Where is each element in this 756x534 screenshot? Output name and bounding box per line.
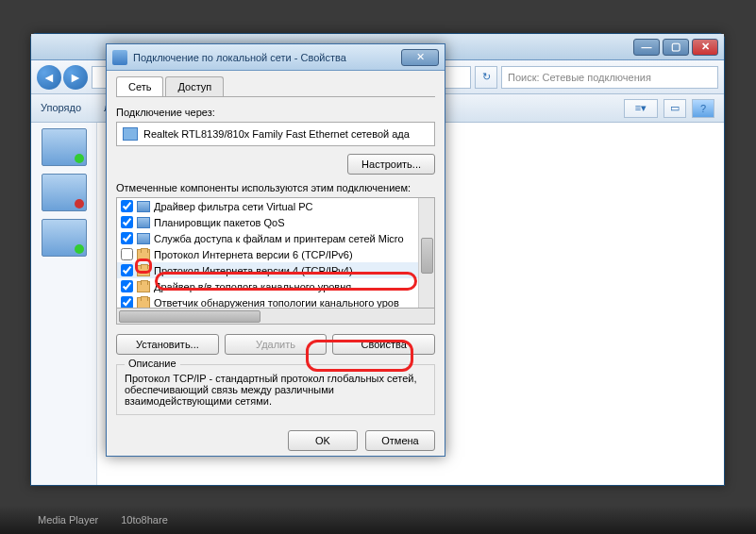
connect-using-label: Подключение через: — [116, 107, 435, 118]
component-label: Протокол Интернета версии 6 (TCP/IPv6) — [154, 249, 353, 260]
service-icon — [137, 233, 150, 244]
component-label: Планировщик пакетов QoS — [154, 217, 285, 228]
component-row[interactable]: Служба доступа к файлам и принтерам сете… — [117, 230, 434, 246]
taskbar-item[interactable]: 10to8hare — [121, 514, 168, 526]
dialog-title: Подключение по локальной сети - Свойства — [133, 52, 395, 63]
back-button[interactable]: ◄ — [37, 65, 61, 90]
component-checkbox[interactable] — [121, 248, 133, 260]
component-row[interactable]: Ответчик обнаружения топологии канальног… — [117, 294, 434, 309]
help-button[interactable]: ? — [692, 99, 714, 118]
ok-button[interactable]: OK — [288, 430, 358, 451]
maximize-button[interactable]: ▢ — [663, 39, 689, 56]
protocol-icon — [137, 249, 150, 260]
tab-network[interactable]: Сеть — [116, 76, 163, 96]
protocol-icon — [137, 265, 150, 276]
search-input[interactable]: Поиск: Сетевые подключения — [501, 66, 718, 89]
component-row[interactable]: Драйвер фильтра сети Virtual PC — [117, 198, 434, 214]
component-label: Ответчик обнаружения топологии канальног… — [154, 297, 399, 309]
view-mode-button[interactable]: ≡▾ — [624, 99, 658, 118]
description-group: Описание Протокол TCP/IP - стандартный п… — [116, 364, 435, 415]
component-checkbox[interactable] — [121, 216, 133, 228]
tab-access[interactable]: Доступ — [165, 76, 224, 96]
description-text: Протокол TCP/IP - стандартный протокол г… — [125, 373, 427, 407]
component-checkbox[interactable] — [121, 296, 133, 309]
explorer-sidebar — [31, 123, 97, 485]
component-label: Драйвер в/в тополога канального уровня — [154, 281, 351, 292]
component-label: Протокол Интернета версии 4 (TCP/IPv4) — [154, 265, 353, 276]
minimize-button[interactable]: — — [633, 39, 660, 56]
component-checkbox[interactable] — [121, 264, 133, 276]
component-checkbox[interactable] — [121, 232, 133, 244]
close-button[interactable]: ✕ — [692, 39, 718, 56]
component-label: Служба доступа к файлам и принтерам сете… — [154, 233, 404, 244]
cancel-button[interactable]: Отмена — [365, 430, 435, 451]
component-row[interactable]: Протокол Интернета версии 6 (TCP/IPv6) — [117, 246, 434, 262]
components-list[interactable]: Драйвер фильтра сети Virtual PCПланировщ… — [116, 197, 435, 309]
service-icon — [137, 217, 150, 228]
dialog-close-button[interactable]: ✕ — [401, 49, 439, 66]
component-checkbox[interactable] — [121, 200, 133, 212]
adapter-icon[interactable] — [42, 174, 87, 211]
dialog-titlebar: Подключение по локальной сети - Свойства… — [107, 44, 445, 71]
tab-strip: Сеть Доступ — [116, 76, 435, 97]
component-checkbox[interactable] — [121, 280, 133, 292]
component-row[interactable]: Драйвер в/в тополога канального уровня — [117, 278, 434, 294]
adapter-field: Realtek RTL8139/810x Family Fast Etherne… — [116, 122, 435, 146]
components-label: Отмеченные компоненты используются этим … — [116, 182, 435, 193]
properties-button[interactable]: Свойства — [332, 334, 435, 355]
service-icon — [137, 201, 150, 212]
configure-button[interactable]: Настроить... — [347, 154, 435, 175]
protocol-icon — [137, 281, 150, 292]
properties-dialog: Подключение по локальной сети - Свойства… — [106, 43, 445, 457]
install-button[interactable]: Установить... — [116, 334, 219, 355]
forward-button[interactable]: ► — [63, 65, 88, 90]
component-row[interactable]: Планировщик пакетов QoS — [117, 214, 434, 230]
preview-pane-button[interactable]: ▭ — [664, 99, 686, 118]
remove-button: Удалить — [225, 334, 328, 355]
adapter-icon[interactable] — [42, 219, 87, 257]
nic-icon — [123, 127, 138, 141]
horizontal-scrollbar[interactable] — [116, 309, 435, 325]
adapter-icon[interactable] — [42, 128, 87, 166]
vertical-scrollbar[interactable] — [418, 198, 434, 308]
component-label: Драйвер фильтра сети Virtual PC — [154, 201, 312, 212]
taskbar-item[interactable]: Media Player — [38, 514, 98, 526]
protocol-icon — [137, 297, 150, 309]
network-icon — [112, 50, 127, 65]
taskbar: Media Player 10to8hare — [0, 506, 756, 534]
adapter-name: Realtek RTL8139/810x Family Fast Etherne… — [143, 128, 410, 140]
description-legend: Описание — [125, 358, 180, 369]
component-row[interactable]: Протокол Интернета версии 4 (TCP/IPv4) — [117, 262, 434, 278]
refresh-button[interactable]: ↻ — [475, 66, 497, 89]
organize-menu[interactable]: Упорядо — [41, 102, 81, 114]
